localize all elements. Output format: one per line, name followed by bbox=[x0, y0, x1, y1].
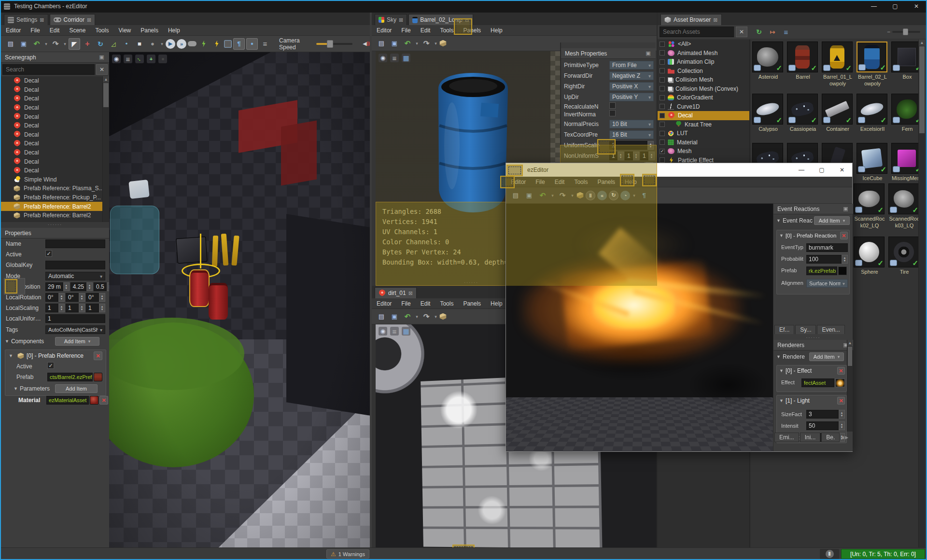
menu-item[interactable]: File bbox=[531, 177, 549, 187]
gamepad-simulate-button[interactable] bbox=[188, 41, 197, 46]
dock-tab[interactable]: Ef... bbox=[774, 325, 794, 334]
asset-type-item[interactable]: Kraut Tree bbox=[658, 120, 749, 129]
light-property-spinbox[interactable]: 50▲▼ bbox=[806, 421, 845, 430]
rightdir-dropdown[interactable]: Positive X bbox=[609, 82, 654, 91]
list-view-button[interactable] bbox=[781, 27, 791, 37]
light-renderer-header[interactable]: ▼[1] - Light ✕ bbox=[779, 397, 845, 405]
scaling-spinbox[interactable]: 1▲▼ bbox=[86, 304, 105, 312]
asset-tile[interactable]: ✓ Asteroid bbox=[752, 42, 784, 87]
thumbnail-size-slider[interactable] bbox=[892, 31, 920, 33]
undo-button[interactable] bbox=[402, 311, 413, 322]
dock-tab[interactable]: Sy... bbox=[795, 325, 816, 334]
type-filter-checkbox[interactable] bbox=[660, 113, 665, 118]
tags-dropdown[interactable]: AutoColMesh|CastShadow bbox=[45, 325, 105, 334]
render-mode-icon[interactable] bbox=[379, 54, 387, 62]
scaling-spinbox[interactable]: 1▲▼ bbox=[45, 304, 65, 312]
panel-splitter[interactable]: ······ bbox=[1, 222, 109, 228]
undo-history-dropdown[interactable] bbox=[44, 38, 48, 50]
asset-tile[interactable]: ✓ Sphere bbox=[854, 237, 885, 276]
effect-asset-field[interactable]: fectAsset bbox=[801, 378, 834, 387]
remove-reaction-button[interactable]: ✕ bbox=[840, 232, 848, 239]
asset-search-input[interactable] bbox=[660, 27, 734, 37]
scale-tool[interactable] bbox=[108, 38, 119, 50]
maximize-button[interactable]: ▢ bbox=[812, 163, 832, 177]
transform-all-assets-button[interactable] bbox=[754, 27, 764, 37]
float-panel-icon[interactable] bbox=[842, 205, 849, 212]
asset-tile[interactable]: ✓ Barrel_01_Lowpoly bbox=[822, 42, 854, 87]
warnings-button[interactable]: ⚠ 1 Warnings bbox=[326, 549, 369, 559]
scaling-spinbox[interactable]: 1▲▼ bbox=[66, 304, 85, 312]
scenegraph-item[interactable]: Prefab Reference: Barrel2 bbox=[1, 211, 102, 220]
undo-history-dropdown[interactable] bbox=[550, 190, 555, 201]
sphere-gizmo-tool[interactable] bbox=[147, 38, 158, 50]
scenegraph-item[interactable]: Decal bbox=[1, 94, 102, 103]
asset-type-item[interactable]: <All> bbox=[658, 40, 749, 49]
menu-item[interactable]: Tools bbox=[569, 177, 592, 187]
menu-item[interactable]: File bbox=[26, 25, 44, 35]
type-filter-checkbox[interactable] bbox=[660, 42, 665, 47]
run-project-button[interactable] bbox=[211, 38, 223, 50]
type-filter-checkbox[interactable] bbox=[660, 77, 665, 83]
float-panel-icon[interactable] bbox=[98, 54, 105, 61]
minimize-button[interactable]: — bbox=[791, 163, 812, 177]
grid-icon[interactable] bbox=[402, 54, 410, 62]
scenegraph-item[interactable]: Decal bbox=[1, 85, 102, 95]
dock-tab[interactable]: Emi... bbox=[774, 433, 799, 442]
render-mode-icon[interactable] bbox=[112, 55, 121, 63]
redo-history-dropdown[interactable] bbox=[570, 190, 575, 201]
redo-button[interactable] bbox=[50, 38, 61, 50]
drag-to-position-tool[interactable] bbox=[121, 38, 132, 50]
transform-asset-button[interactable] bbox=[439, 40, 447, 47]
asset-type-item[interactable]: Animation Clip bbox=[658, 57, 749, 67]
rotation-spinbox[interactable]: 0°▲▼ bbox=[86, 293, 105, 302]
menu-item[interactable]: Help bbox=[486, 25, 507, 35]
select-tool[interactable] bbox=[69, 38, 80, 50]
greybox-tool[interactable] bbox=[134, 38, 145, 50]
type-filter-checkbox[interactable] bbox=[660, 122, 665, 127]
menu-item[interactable]: Editor bbox=[372, 25, 396, 35]
add-component-button[interactable]: Add Item bbox=[55, 337, 99, 346]
invertnormals-checkbox[interactable] bbox=[609, 110, 616, 116]
mute-speaker-icon[interactable] bbox=[363, 40, 370, 47]
maximize-button[interactable]: ▢ bbox=[885, 0, 906, 13]
slider-thumb[interactable] bbox=[327, 40, 333, 48]
save-all-button[interactable] bbox=[523, 190, 535, 201]
uniformscaling-spinbox[interactable]: 1▲▼ bbox=[609, 141, 654, 150]
undo-history-dropdown[interactable] bbox=[415, 38, 419, 49]
menu-item[interactable]: View bbox=[113, 25, 136, 35]
scenegraph-item[interactable]: Simple Wind bbox=[1, 175, 102, 184]
asset-tile[interactable]: ✓ ExcelsiorII bbox=[857, 94, 888, 133]
texcoordprecision-dropdown[interactable]: 16 Bit bbox=[609, 130, 654, 139]
normalprecision-dropdown[interactable]: 10 Bit bbox=[609, 120, 654, 128]
add-event-reaction-button[interactable]: Add Item bbox=[814, 216, 850, 225]
type-filter-checkbox[interactable] bbox=[660, 68, 665, 73]
asset-type-item[interactable]: Curve1D bbox=[658, 102, 749, 112]
document-tab[interactable]: Corridor ⊠ bbox=[50, 14, 96, 25]
scenegraph-item[interactable]: Decal bbox=[1, 139, 102, 148]
menu-item[interactable]: Panels bbox=[136, 25, 163, 35]
save-button[interactable] bbox=[5, 38, 16, 50]
document-tab[interactable]: Sky ⊠ bbox=[375, 14, 407, 25]
asset-tile[interactable]: ✓ ScannedRock03_LQ bbox=[888, 183, 920, 229]
asset-type-item[interactable]: Material bbox=[658, 138, 749, 147]
tab-close-icon[interactable]: ⊠ bbox=[713, 17, 717, 23]
translate-tool[interactable] bbox=[82, 38, 93, 50]
document-tab[interactable]: dirt_01 ⊠ bbox=[375, 287, 417, 298]
render-mode-dropdown[interactable] bbox=[259, 38, 271, 50]
prefab-asset-thumbnail-button[interactable] bbox=[94, 373, 102, 381]
render-visualizers-toggle[interactable] bbox=[638, 190, 650, 201]
undo-history-dropdown[interactable] bbox=[415, 311, 419, 322]
scenegraph-item[interactable]: Decal bbox=[1, 157, 102, 166]
asset-type-item[interactable]: Collision Mesh bbox=[658, 75, 749, 84]
asset-grid-scrollbar[interactable]: ▲ bbox=[918, 40, 925, 547]
menu-item[interactable]: Scene bbox=[64, 25, 90, 35]
float-panel-icon[interactable] bbox=[645, 50, 652, 57]
reaction-prefab-field[interactable]: rk.ezPrefab bbox=[806, 266, 837, 275]
export-and-run-button[interactable] bbox=[198, 38, 210, 50]
dock-tab[interactable]: Even... bbox=[817, 325, 844, 334]
undo-button[interactable] bbox=[402, 38, 413, 49]
components-section-header[interactable]: ▼Components bbox=[5, 338, 44, 345]
menu-item[interactable]: Edit bbox=[416, 298, 435, 308]
asset-tile[interactable]: ✓ Tire bbox=[888, 237, 920, 276]
type-filter-checkbox[interactable] bbox=[660, 95, 665, 100]
